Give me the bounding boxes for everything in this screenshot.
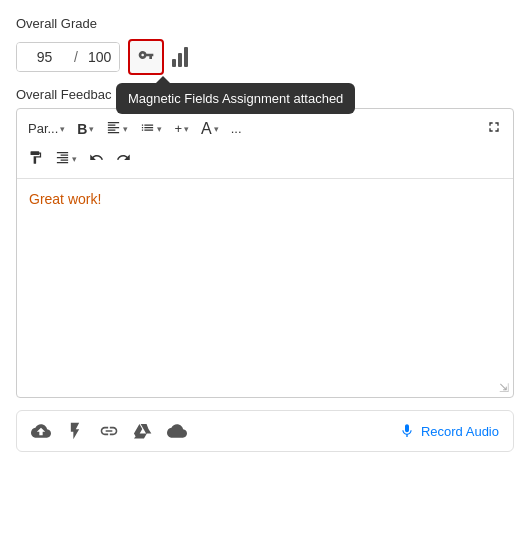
undo-icon bbox=[89, 150, 104, 168]
paragraph-style-btn[interactable]: Par... ▾ bbox=[23, 117, 70, 140]
align-chevron: ▾ bbox=[123, 124, 128, 134]
more-options-btn[interactable]: ... bbox=[226, 117, 247, 140]
analytics-icon[interactable] bbox=[172, 47, 188, 67]
resize-handle: ⇲ bbox=[17, 379, 513, 397]
fullscreen-btn[interactable] bbox=[481, 115, 507, 142]
fullscreen-icon bbox=[486, 119, 502, 138]
editor-toolbar: Par... ▾ B ▾ ▾ ▾ + ▾ bbox=[17, 109, 513, 179]
grade-input-group: / 100 bbox=[16, 42, 120, 72]
editor-text: Great work! bbox=[29, 191, 101, 207]
link-btn[interactable] bbox=[99, 421, 119, 441]
overall-feedback-label: Overall Feedbac bbox=[16, 87, 514, 102]
cloud-btn[interactable] bbox=[167, 421, 187, 441]
drive-icon bbox=[133, 421, 153, 441]
insert-chevron: ▾ bbox=[184, 124, 189, 134]
plus-icon: + bbox=[174, 121, 182, 136]
paint-icon bbox=[28, 150, 43, 168]
overall-grade-label: Overall Grade bbox=[16, 16, 514, 31]
bold-icon: B bbox=[77, 121, 87, 137]
more-icon: ... bbox=[231, 121, 242, 136]
toolbar-row-1: Par... ▾ B ▾ ▾ ▾ + ▾ bbox=[23, 113, 507, 144]
paint-btn[interactable] bbox=[23, 146, 48, 172]
cloud-icon bbox=[167, 421, 187, 441]
grade-separator: / bbox=[72, 49, 80, 65]
align-icon bbox=[106, 120, 121, 138]
grade-input[interactable] bbox=[17, 43, 72, 71]
redo-btn[interactable] bbox=[111, 146, 136, 172]
grade-max: 100 bbox=[80, 43, 119, 71]
paragraph-label: Par... bbox=[28, 121, 58, 136]
bolt-icon bbox=[65, 421, 85, 441]
editor-content[interactable]: Great work! bbox=[17, 179, 513, 379]
align-btn[interactable]: ▾ bbox=[101, 116, 133, 142]
link-icon bbox=[99, 421, 119, 441]
bottom-icon-group bbox=[31, 421, 187, 441]
bolt-btn[interactable] bbox=[65, 421, 85, 441]
redo-icon bbox=[116, 150, 131, 168]
resize-icon: ⇲ bbox=[499, 381, 509, 395]
list-icon bbox=[140, 120, 155, 138]
paragraph-chevron: ▾ bbox=[60, 124, 65, 134]
grade-row: / 100 Magnetic Fields Assignment attache… bbox=[16, 39, 514, 75]
key-icon bbox=[138, 47, 154, 67]
record-audio-label: Record Audio bbox=[421, 424, 499, 439]
record-audio-btn[interactable]: Record Audio bbox=[399, 423, 499, 439]
drive-btn[interactable] bbox=[133, 421, 153, 441]
list-btn[interactable]: ▾ bbox=[135, 116, 167, 142]
list-chevron: ▾ bbox=[157, 124, 162, 134]
upload-icon bbox=[31, 421, 51, 441]
indent-chevron: ▾ bbox=[72, 154, 77, 164]
bottom-toolbar: Record Audio bbox=[16, 410, 514, 452]
key-button[interactable] bbox=[128, 39, 164, 75]
toolbar-row-2: ▾ bbox=[23, 144, 507, 174]
font-size-icon: A bbox=[201, 120, 212, 138]
indent-btn[interactable]: ▾ bbox=[50, 146, 82, 172]
editor-container: Par... ▾ B ▾ ▾ ▾ + ▾ bbox=[16, 108, 514, 398]
fontsize-chevron: ▾ bbox=[214, 124, 219, 134]
upload-btn[interactable] bbox=[31, 421, 51, 441]
indent-icon bbox=[55, 150, 70, 168]
bold-chevron: ▾ bbox=[89, 124, 94, 134]
insert-btn[interactable]: + ▾ bbox=[169, 117, 194, 140]
mic-icon bbox=[399, 423, 415, 439]
font-size-btn[interactable]: A ▾ bbox=[196, 116, 224, 142]
undo-btn[interactable] bbox=[84, 146, 109, 172]
bold-btn[interactable]: B ▾ bbox=[72, 117, 99, 141]
